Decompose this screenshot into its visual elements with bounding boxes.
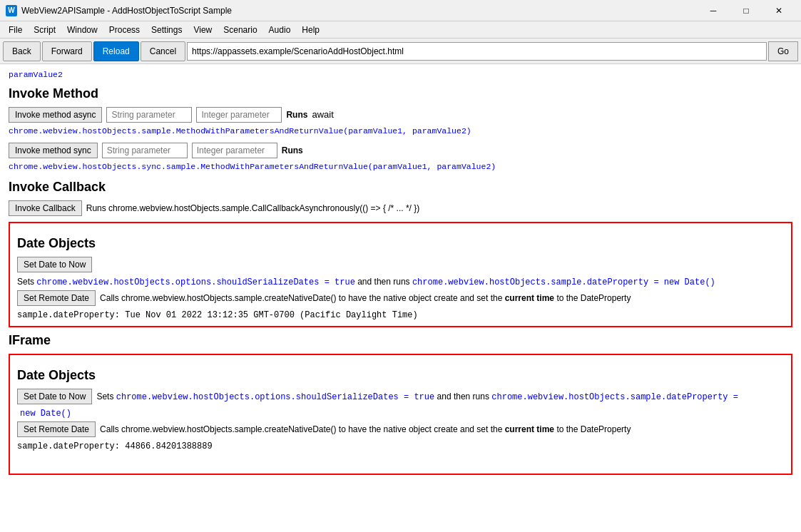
iframe-set-date-desc-start: Sets: [96, 392, 113, 401]
async-string-param-input[interactable]: [106, 107, 192, 123]
iframe-set-date-code3: new Date(): [20, 409, 71, 419]
menu-script[interactable]: Script: [28, 24, 61, 36]
go-button[interactable]: Go: [768, 41, 798, 61]
set-date-description: Sets chrome.webview.hostObjects.options.…: [17, 277, 715, 287]
invoke-callback-row: Invoke Callback Runs chrome.webview.host…: [9, 200, 792, 216]
menu-audio[interactable]: Audio: [263, 24, 297, 36]
menu-view[interactable]: View: [188, 24, 218, 36]
iframe-set-date-code3-line: new Date(): [20, 407, 784, 419]
forward-button[interactable]: Forward: [42, 41, 92, 61]
iframe-set-date-row: Set Date to Now Sets chrome.webview.host…: [17, 389, 784, 404]
address-bar[interactable]: [187, 42, 767, 61]
set-remote-row: Set Remote Date Calls chrome.webview.hos…: [17, 290, 784, 306]
set-date-code1: chrome.webview.hostObjects.options.shoul…: [36, 277, 354, 287]
set-remote-to: to the DateProperty: [556, 293, 631, 303]
date-objects-title: Date Objects: [17, 236, 784, 251]
back-button[interactable]: Back: [3, 41, 41, 61]
runs-sync-label: Runs: [282, 145, 303, 155]
set-remote-description: Calls chrome.webview.hostObjects.sample.…: [100, 293, 631, 303]
menu-help[interactable]: Help: [296, 24, 325, 36]
iframe-title: IFrame: [9, 333, 792, 348]
iframe-set-remote-desc-text: Calls chrome.webview.hostObjects.sample.…: [100, 424, 502, 434]
iframe-set-remote-row: Set Remote Date Calls chrome.webview.hos…: [17, 421, 784, 437]
invoke-callback-button[interactable]: Invoke Callback: [9, 200, 82, 216]
iframe-set-remote-current: current time: [505, 424, 554, 434]
invoke-method-title: Invoke Method: [9, 86, 792, 101]
sync-code: chrome.webview.hostObjects.sync.sample.M…: [9, 161, 792, 173]
set-date-desc-mid: and then runs: [357, 277, 409, 287]
set-remote-date-button[interactable]: Set Remote Date: [17, 290, 96, 306]
iframe-container[interactable]: Date Objects Set Date to Now Sets chrome…: [9, 354, 792, 475]
titlebar: W WebView2APISample - AddHostObjectToScr…: [0, 0, 801, 21]
set-date-desc-start: Sets: [17, 277, 34, 287]
set-date-button[interactable]: Set Date to Now: [17, 257, 92, 272]
iframe-set-remote-to: to the DateProperty: [556, 424, 631, 434]
date-objects-section: Date Objects Set Date to Now Sets chrome…: [9, 222, 792, 327]
app-icon: W: [6, 5, 17, 16]
menu-process[interactable]: Process: [103, 24, 146, 36]
iframe-set-date-code2: chrome.webview.hostObjects.sample.datePr…: [491, 392, 738, 402]
iframe-date-property-value: sample.dateProperty: 44866.84201388889: [17, 441, 784, 451]
set-remote-desc-text: Calls chrome.webview.hostObjects.sample.…: [100, 293, 502, 303]
iframe-set-remote-description: Calls chrome.webview.hostObjects.sample.…: [100, 424, 631, 434]
set-remote-current: current time: [505, 293, 554, 303]
invoke-callback-title: Invoke Callback: [9, 180, 792, 195]
sync-integer-param-input[interactable]: [192, 143, 277, 158]
close-button[interactable]: ✕: [762, 0, 795, 21]
set-date-row: Set Date to Now Sets chrome.webview.host…: [17, 257, 784, 287]
minimize-button[interactable]: ─: [697, 0, 730, 21]
maximize-button[interactable]: □: [730, 0, 762, 21]
content-area[interactable]: paramValue2 Invoke Method Invoke method …: [0, 64, 801, 532]
top-cut-text: paramValue2: [9, 70, 792, 79]
cancel-button[interactable]: Cancel: [141, 41, 185, 61]
iframe-set-date-description: Sets chrome.webview.hostObjects.options.…: [96, 392, 738, 402]
menubar: File Script Window Process Settings View…: [0, 21, 801, 39]
callback-runs-text: Runs chrome.webview.hostObjects.sample.C…: [86, 203, 420, 213]
menu-window[interactable]: Window: [61, 24, 103, 36]
iframe-set-date-code1: chrome.webview.hostObjects.options.shoul…: [116, 392, 434, 402]
invoke-sync-row: Invoke method sync Runs: [9, 143, 792, 158]
toolbar: Back Forward Reload Cancel Go: [0, 39, 801, 64]
invoke-async-row: Invoke method async Runs await: [9, 107, 792, 123]
runs-async-label: Runs: [286, 110, 307, 120]
window-controls: ─ □ ✕: [697, 0, 795, 21]
sync-string-param-input[interactable]: [102, 143, 188, 158]
iframe-date-objects-title: Date Objects: [17, 368, 784, 383]
iframe-set-remote-date-button[interactable]: Set Remote Date: [17, 421, 96, 437]
set-date-code2: chrome.webview.hostObjects.sample.datePr…: [412, 277, 715, 287]
menu-scenario[interactable]: Scenario: [218, 24, 262, 36]
async-code: chrome.webview.hostObjects.sample.Method…: [9, 126, 792, 137]
iframe-set-date-button[interactable]: Set Date to Now: [17, 389, 92, 404]
await-label: await: [312, 109, 333, 120]
menu-file[interactable]: File: [3, 24, 28, 36]
menu-settings[interactable]: Settings: [146, 24, 188, 36]
titlebar-title: WebView2APISample - AddHostObjectToScrip…: [21, 6, 697, 16]
invoke-method-sync-button[interactable]: Invoke method sync: [9, 143, 98, 158]
reload-button[interactable]: Reload: [93, 41, 139, 61]
date-property-value: sample.dateProperty: Tue Nov 01 2022 13:…: [17, 310, 784, 320]
invoke-method-async-button[interactable]: Invoke method async: [9, 107, 102, 123]
iframe-set-date-desc-mid: and then runs: [437, 392, 489, 401]
async-integer-param-input[interactable]: [196, 107, 282, 123]
